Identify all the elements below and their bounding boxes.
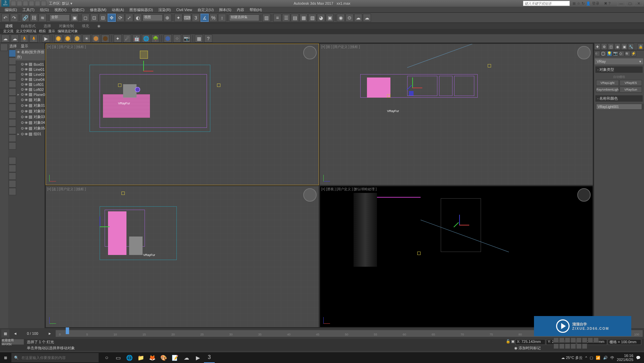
tray-ime-icon[interactable]: 中 <box>610 355 614 360</box>
cp-vraysun-button[interactable]: VRaySun <box>620 87 642 93</box>
notifications-icon[interactable]: 💬 <box>636 356 641 360</box>
menu-help[interactable]: 帮助(H) <box>247 7 265 12</box>
cp-vraylight-button[interactable]: VRayLight <box>596 80 619 86</box>
select-crossing-button[interactable]: ⊟ <box>99 14 107 22</box>
selection-filter[interactable]: 全部 <box>50 14 70 21</box>
se-filter-light[interactable] <box>9 73 16 80</box>
se-filter-hidden[interactable] <box>9 142 16 150</box>
lock-icon[interactable]: 🔓 <box>506 339 511 345</box>
cp-shape-icon[interactable]: ◯ <box>601 51 606 56</box>
minimize-button[interactable]: — <box>617 1 625 6</box>
nav-orbit[interactable] <box>576 344 582 349</box>
render-cloud-button[interactable]: ☁ <box>363 14 371 22</box>
taskbar-search[interactable]: 🔍 <box>11 353 99 362</box>
nav-prev-frame[interactable] <box>559 338 565 343</box>
user-icon[interactable]: 👤 <box>586 1 591 6</box>
cp-create-tab[interactable]: ✚ <box>594 43 600 50</box>
cp-modify-tab[interactable]: ⚙ <box>601 43 607 50</box>
se-opt1[interactable] <box>9 157 16 164</box>
sun-icon[interactable]: ☀ <box>83 35 91 43</box>
coord-x[interactable]: X: 725.143mm <box>515 339 545 345</box>
qat-save-icon[interactable] <box>23 1 28 6</box>
select-rect-button[interactable]: ◻ <box>82 14 90 22</box>
se-filter-warp[interactable] <box>9 96 16 103</box>
menu-content[interactable]: 内容 <box>234 7 247 12</box>
menu-group[interactable]: 组(G) <box>37 7 52 12</box>
placement-button[interactable]: ◐ <box>134 14 142 22</box>
rp-edit[interactable]: 编辑选定对象 <box>58 29 78 34</box>
se-opt2[interactable] <box>9 165 16 172</box>
cp-vrayies-button[interactable]: VRayIES <box>620 80 642 86</box>
se-filter-group[interactable] <box>9 111 16 119</box>
se-opt4[interactable] <box>9 180 16 188</box>
ref-coord-combo[interactable]: 视图 <box>143 14 163 21</box>
pivot-center-button[interactable]: ⊕ <box>163 14 171 22</box>
menu-custom[interactable]: 自定义(U) <box>195 7 216 12</box>
3dsmax-taskbar-icon[interactable]: 3 <box>204 352 215 363</box>
select-window-button[interactable]: ⊡ <box>90 14 98 22</box>
qat-more-icon[interactable] <box>41 1 46 6</box>
menu-anim[interactable]: 动画(A) <box>109 7 127 12</box>
maximize-button[interactable]: ▢ <box>626 1 634 6</box>
se-tab-display[interactable]: 显示 <box>21 44 28 49</box>
menu-civil[interactable]: Civil View <box>173 7 195 12</box>
scene-item[interactable]: ⊙👁对象04 <box>16 120 48 125</box>
taskbar-search-input[interactable] <box>21 356 96 360</box>
globe-icon[interactable]: 🌐 <box>142 35 150 43</box>
nav-zoom-all[interactable] <box>553 344 559 349</box>
percent-snap-button[interactable]: % <box>209 14 217 22</box>
rp-disp[interactable]: 显示 <box>48 29 55 34</box>
se-filter-helper[interactable] <box>9 88 16 96</box>
vp-layout-button[interactable]: ▦ <box>1 329 9 338</box>
scene-item[interactable]: ⊙👁对象03 <box>16 114 48 120</box>
rotate-button[interactable]: ⟳ <box>116 14 124 22</box>
sphere4-icon[interactable] <box>92 35 100 43</box>
app1-icon[interactable]: ☁ <box>181 352 192 363</box>
nav-fov[interactable] <box>565 344 570 349</box>
firefox-icon[interactable]: 🦊 <box>147 352 158 363</box>
cp-rayambient-button[interactable]: RayAmbientLigh <box>596 87 619 93</box>
tray-screen-icon[interactable]: ▢ <box>590 356 593 360</box>
se-filter-container[interactable] <box>9 127 16 134</box>
login-label[interactable]: 登录 <box>592 1 599 6</box>
unlink-button[interactable]: ⛓ <box>30 14 38 22</box>
sphere5-icon[interactable] <box>101 35 109 43</box>
tray-net-icon[interactable]: 📶 <box>596 356 600 360</box>
align-button[interactable]: ≡ <box>273 14 281 22</box>
scene-item[interactable]: ▸⊙👁Plane01 <box>16 92 48 97</box>
cloud-icon[interactable]: ☁ <box>1 35 9 43</box>
layer-button[interactable]: ☰ <box>282 14 290 22</box>
se-filter-shape[interactable] <box>9 65 16 72</box>
cortana-icon[interactable]: ○ <box>101 352 112 363</box>
render-frame-button[interactable]: ◉ <box>337 14 345 22</box>
cp-objcolor-swatch[interactable] <box>643 104 643 110</box>
scene-item[interactable]: ⊙👁对象05 <box>16 125 48 131</box>
explorer-icon[interactable]: 📁 <box>136 352 146 363</box>
named-sel-combo[interactable]: 创建选择集 <box>229 14 259 21</box>
scene-item[interactable]: ▸⊙👁组01 <box>16 131 48 137</box>
scene-item[interactable]: ⊙👁对象01 <box>16 103 48 108</box>
star-icon[interactable]: ☆ <box>577 1 580 6</box>
render-setup-button[interactable]: ▣ <box>326 14 334 22</box>
notes-icon[interactable]: 📝 <box>170 352 180 363</box>
viewport-front[interactable]: [+] [前 ] [用户定义 ] [线框 ] VRayFur <box>320 44 593 185</box>
link-button[interactable]: 🔗 <box>21 14 29 22</box>
se-opt3[interactable] <box>9 172 16 180</box>
qat-new-icon[interactable] <box>11 1 16 6</box>
tab-populate[interactable]: 填充 <box>80 23 91 29</box>
cp-system-icon[interactable]: ⚡ <box>631 51 636 56</box>
cloud-icon[interactable]: ⊞ <box>573 1 576 6</box>
help-search-input[interactable] <box>523 1 570 6</box>
cp-category-combo[interactable]: VRay▾ <box>595 58 643 64</box>
render-prod-button[interactable]: ⊙ <box>345 14 354 22</box>
scene-item[interactable]: ⊙👁Line01 <box>16 67 48 72</box>
nav-key-mode[interactable] <box>582 338 587 343</box>
bot-icon[interactable]: 🤖 <box>132 35 141 43</box>
select-button[interactable]: ▣ <box>70 14 78 22</box>
nav-play[interactable] <box>565 338 570 343</box>
se-column-header[interactable]: 👁 名称(按升序排序) <box>15 49 48 60</box>
menu-view[interactable]: 视图(V) <box>52 7 69 12</box>
person1-icon[interactable]: 🧍 <box>20 35 28 43</box>
render-active-button[interactable]: ☁ <box>354 14 362 22</box>
scene-item[interactable]: ⊙👁Box01 <box>16 62 48 67</box>
